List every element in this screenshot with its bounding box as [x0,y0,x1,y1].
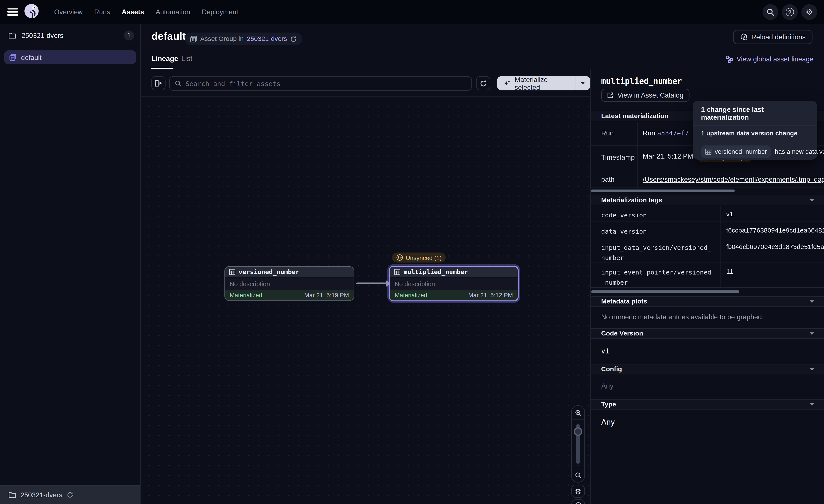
sidebar-item-label: default [21,53,41,61]
nav-item-runs[interactable]: Runs [94,8,110,16]
search-button[interactable] [762,4,778,20]
table-icon [394,269,400,275]
view-global-asset-lineage-link[interactable]: View global asset lineage [725,55,814,63]
horizontal-scrollbar[interactable] [591,190,735,192]
section-label: Type [601,401,616,408]
view-global-asset-lineage-label: View global asset lineage [736,55,814,63]
sync-status-icon [396,254,403,261]
unsynced-badge[interactable]: Unsynced (1) [392,253,446,263]
row-key: path [591,170,638,187]
row-value: /Users/smackesey/stm/code/elementl/exper… [638,170,824,187]
badge-group-link[interactable]: 250321-dvers [247,35,287,43]
zoom-out-button[interactable] [571,468,585,482]
help-button[interactable]: ? [782,4,798,20]
search-icon [175,80,181,87]
node-status-bar: Materialized Mar 21, 5:12 PM [390,290,518,300]
graph-canvas[interactable]: Unsynced (1) versioned_number No descrip… [141,97,590,504]
refresh-icon[interactable] [67,491,73,498]
nav-item-automation[interactable]: Automation [156,8,190,16]
asset-detail-title: multiplied_number [601,77,682,86]
view-in-asset-catalog-button[interactable]: View in Asset Catalog [601,89,689,102]
caret-down-icon [810,368,814,370]
section-metadata-plots[interactable]: Metadata plots [591,296,824,307]
search-input[interactable] [186,80,466,87]
sidebar: 250321-dvers 1 default 250321-dvers [0,24,141,504]
sidebar-group-row[interactable]: 250321-dvers 1 [0,24,140,47]
section-label: Code Version [601,330,643,337]
tag-value: f6ccba1776380941e9cd1ea66481d [721,222,824,238]
reload-definitions-label: Reload definitions [751,33,806,41]
section-materialization-tags[interactable]: Materialization tags [591,195,824,206]
sidebar-item-default[interactable]: default [4,50,136,64]
popover-change-text: has a new data version [775,148,824,155]
node-timestamp: Mar 21, 5:19 PM [304,292,349,298]
asset-group-badge: Asset Group in 250321-dvers [185,32,302,45]
help-icon: ? [786,8,794,16]
popover-title: 1 change since last materialization [693,101,817,125]
gear-icon: ⚙ [575,487,581,495]
node-description: No description [225,278,354,290]
type-value: Any [601,417,615,426]
tag-key: input_event_pointer/versioned_number [591,263,721,287]
sidebar-group-count-badge: 1 [124,30,134,40]
refresh-icon[interactable] [290,35,297,42]
reload-definitions-button[interactable]: Reload definitions [733,30,812,44]
folder-icon [8,491,16,498]
table-icon [705,149,711,155]
config-value: Any [601,382,613,390]
section-label: Config [601,365,622,373]
asset-search-box [169,76,472,91]
tab-lineage[interactable]: Lineage [151,54,178,62]
download-icon [574,502,582,504]
node-status: Materialized [395,292,427,298]
settings-button[interactable]: ⚙ [802,4,817,20]
section-config[interactable]: Config [591,364,824,374]
row-key: Run [591,122,638,145]
node-name: multiplied_number [404,268,468,276]
badge-prefix: Asset Group in [200,35,244,43]
zoom-in-button[interactable] [571,406,585,419]
popover-subtitle: 1 upstream data version change [693,125,817,141]
table-row: path /Users/smackesey/stm/code/elementl/… [591,170,824,187]
refresh-graph-button[interactable] [476,76,490,91]
app-root: Overview Runs Assets Automation Deployme… [0,0,824,504]
node-header: multiplied_number [390,267,518,278]
code-version-value: v1 [601,347,609,355]
node-header: versioned_number [225,267,354,278]
path-link[interactable]: /Users/smackesey/stm/code/elementl/exper… [643,175,824,183]
nav-item-overview[interactable]: Overview [54,8,83,16]
run-id-link[interactable]: a5347ef7 [657,129,689,137]
materialize-selected-button[interactable]: Materialize selected [497,76,590,91]
zoom-slider-knob[interactable] [574,427,583,436]
materialize-selected-label: Materialize selected [515,75,569,91]
horizontal-scrollbar[interactable] [591,290,739,293]
node-status: Materialized [230,292,262,298]
folder-icon [8,32,16,39]
expand-panel-button[interactable] [151,76,166,91]
hamburger-menu-icon[interactable] [7,8,18,16]
unsynced-badge-label: Unsynced (1) [406,254,442,261]
sparkle-icon [503,79,511,87]
top-nav-actions: ? ⚙ [762,4,817,20]
section-code-version[interactable]: Code Version [591,328,824,339]
asset-node-versioned-number[interactable]: versioned_number No description Material… [224,266,354,301]
popover-change-row: versioned_number has a new data version [693,141,817,158]
tag-key: code_version [591,206,721,222]
section-type[interactable]: Type [591,399,824,410]
table-icon [229,269,235,275]
graph-settings-button[interactable]: ⚙ [571,485,585,498]
tab-list[interactable]: List [181,54,192,62]
external-link-icon [607,92,614,99]
nav-item-deployment[interactable]: Deployment [202,8,238,16]
changes-popover: 1 change since last materialization 1 up… [693,101,817,160]
asset-chip-versioned-number[interactable]: versioned_number [701,145,771,158]
sidebar-footer[interactable]: 250321-dvers [0,485,140,504]
download-graph-button[interactable] [571,499,585,504]
materialize-dropdown-button[interactable] [576,82,590,85]
asset-node-multiplied-number[interactable]: multiplied_number No description Materia… [389,266,519,301]
tabs-row: Lineage List View global asset lineage [141,52,824,70]
top-nav: Overview Runs Assets Automation Deployme… [0,0,824,24]
gear-icon: ⚙ [806,7,813,17]
dagster-logo-icon[interactable] [23,3,40,20]
nav-item-assets[interactable]: Assets [122,8,144,16]
